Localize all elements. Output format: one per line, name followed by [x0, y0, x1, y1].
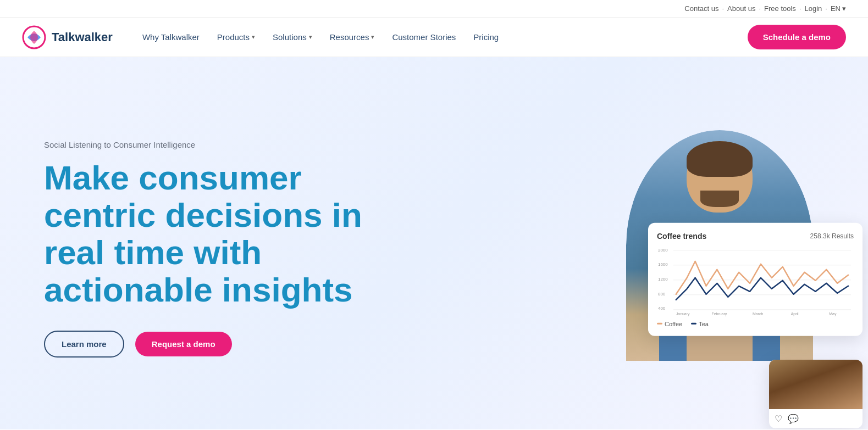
products-chevron: ▾ [252, 33, 255, 41]
legend-tea: Tea [691, 321, 709, 327]
person-hair [687, 141, 753, 177]
lang-label: EN [831, 4, 841, 13]
free-tools-link[interactable]: Free tools [764, 4, 796, 13]
lang-button[interactable]: EN ▾ [831, 4, 846, 13]
chart-svg: 2000 1600 1200 800 400 January February … [657, 245, 854, 316]
legend-coffee-dot [657, 323, 662, 325]
contact-us-link[interactable]: Contact us [684, 4, 718, 13]
svg-text:April: April [791, 312, 799, 316]
chart-results: 258.3k Results [810, 232, 854, 240]
svg-text:800: 800 [658, 292, 666, 297]
social-card: ♡ 💬 [769, 360, 863, 428]
solutions-chevron: ▾ [309, 33, 312, 41]
chart-header: Coffee trends 258.3k Results [657, 232, 854, 241]
chevron-down-icon: ▾ [842, 4, 846, 13]
customer-stories-link[interactable]: Customer Stories [384, 28, 463, 46]
sep2: · [759, 4, 761, 13]
svg-text:May: May [829, 312, 837, 316]
sep4: · [825, 4, 827, 13]
about-us-link[interactable]: About us [727, 4, 755, 13]
svg-text:400: 400 [658, 306, 666, 311]
svg-text:February: February [711, 312, 727, 316]
resources-link[interactable]: Resources ▾ [322, 28, 383, 46]
comment-icon[interactable]: 💬 [788, 414, 799, 424]
solutions-link[interactable]: Solutions ▾ [265, 28, 320, 46]
chart-legend: Coffee Tea [657, 321, 854, 327]
svg-text:1200: 1200 [658, 277, 668, 282]
heart-icon[interactable]: ♡ [775, 414, 782, 424]
person-beard [700, 191, 739, 207]
logo-text: Talkwalker [52, 30, 113, 44]
social-card-img-inner [769, 360, 863, 409]
request-demo-button[interactable]: Request a demo [135, 332, 232, 356]
legend-tea-dot [691, 323, 696, 325]
social-card-footer: ♡ 💬 [769, 409, 863, 428]
chart-card: Coffee trends 258.3k Results 2000 1600 1… [648, 223, 863, 336]
sep1: · [722, 4, 724, 13]
svg-text:January: January [676, 312, 690, 316]
logo-icon [22, 25, 46, 49]
hero-content: Social Listening to Consumer Intelligenc… [44, 129, 418, 358]
main-nav: Talkwalker Why Talkwalker Products ▾ Sol… [0, 18, 868, 57]
products-link[interactable]: Products ▾ [209, 28, 263, 46]
social-card-image [769, 360, 863, 409]
topbar: Contact us · About us · Free tools · Log… [0, 0, 868, 18]
why-talkwalker-link[interactable]: Why Talkwalker [135, 28, 207, 46]
nav-links: Why Talkwalker Products ▾ Solutions ▾ Re… [135, 28, 748, 46]
svg-text:1600: 1600 [658, 262, 668, 267]
chart-title: Coffee trends [657, 232, 706, 241]
chart-area: 2000 1600 1200 800 400 January February … [657, 245, 854, 316]
schedule-demo-button[interactable]: Schedule a demo [748, 25, 846, 49]
person-head [687, 141, 753, 213]
pricing-link[interactable]: Pricing [466, 28, 506, 46]
hero-buttons: Learn more Request a demo [44, 331, 418, 358]
hero-title: Make consumer centric decisions in real … [44, 159, 418, 309]
svg-text:2000: 2000 [658, 248, 668, 253]
hero-section: Social Listening to Consumer Intelligenc… [0, 57, 868, 429]
logo[interactable]: Talkwalker [22, 25, 113, 49]
hero-subtitle: Social Listening to Consumer Intelligenc… [44, 140, 418, 149]
resources-chevron: ▾ [371, 33, 374, 41]
sep3: · [799, 4, 801, 13]
learn-more-button[interactable]: Learn more [44, 331, 124, 358]
hero-visual: Coffee trends 258.3k Results 2000 1600 1… [483, 57, 868, 429]
login-link[interactable]: Login [805, 4, 822, 13]
legend-coffee: Coffee [657, 321, 682, 327]
svg-text:March: March [753, 312, 763, 316]
